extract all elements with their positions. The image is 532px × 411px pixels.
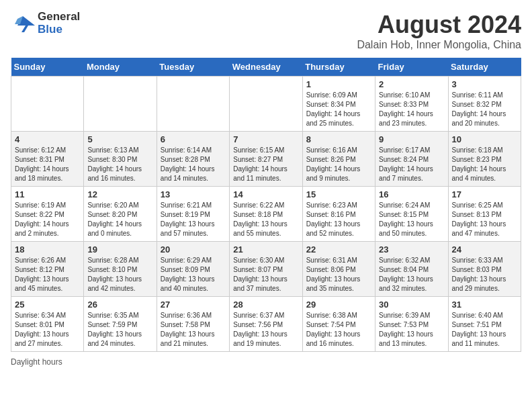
day-number: 9 — [379, 134, 444, 144]
day-info: Sunrise: 6:33 AM Sunset: 8:03 PM Dayligh… — [452, 256, 517, 293]
calendar-cell: 5Sunrise: 6:13 AM Sunset: 8:30 PM Daylig… — [84, 132, 157, 187]
day-info: Sunrise: 6:24 AM Sunset: 8:15 PM Dayligh… — [379, 201, 444, 238]
day-info: Sunrise: 6:29 AM Sunset: 8:09 PM Dayligh… — [161, 256, 226, 293]
calendar-cell: 1Sunrise: 6:09 AM Sunset: 8:34 PM Daylig… — [302, 77, 375, 132]
day-number: 24 — [452, 244, 517, 255]
day-info: Sunrise: 6:28 AM Sunset: 8:10 PM Dayligh… — [87, 256, 152, 293]
day-info: Sunrise: 6:19 AM Sunset: 8:22 PM Dayligh… — [15, 201, 80, 238]
day-number: 28 — [233, 300, 298, 310]
day-info: Sunrise: 6:15 AM Sunset: 8:27 PM Dayligh… — [233, 146, 298, 183]
calendar-cell — [230, 77, 302, 132]
day-info: Sunrise: 6:35 AM Sunset: 7:59 PM Dayligh… — [87, 311, 152, 349]
day-info: Sunrise: 6:37 AM Sunset: 7:56 PM Dayligh… — [233, 311, 298, 349]
day-number: 29 — [306, 300, 371, 310]
day-info: Sunrise: 6:34 AM Sunset: 8:01 PM Dayligh… — [15, 311, 80, 349]
calendar-cell — [157, 77, 229, 132]
day-info: Sunrise: 6:39 AM Sunset: 7:53 PM Dayligh… — [379, 311, 444, 349]
calendar-cell: 9Sunrise: 6:17 AM Sunset: 8:24 PM Daylig… — [375, 132, 448, 187]
day-info: Sunrise: 6:16 AM Sunset: 8:26 PM Dayligh… — [306, 146, 371, 183]
calendar-cell: 28Sunrise: 6:37 AM Sunset: 7:56 PM Dayli… — [230, 297, 302, 352]
day-number: 11 — [15, 189, 80, 199]
day-number: 2 — [379, 79, 444, 89]
day-number: 19 — [87, 244, 152, 255]
day-info: Sunrise: 6:11 AM Sunset: 8:32 PM Dayligh… — [452, 91, 517, 128]
day-info: Sunrise: 6:09 AM Sunset: 8:34 PM Dayligh… — [306, 91, 371, 128]
day-number: 23 — [379, 244, 444, 255]
day-number: 13 — [161, 189, 226, 199]
calendar-cell: 15Sunrise: 6:23 AM Sunset: 8:16 PM Dayli… — [302, 187, 375, 242]
day-number: 3 — [452, 79, 517, 89]
day-number: 31 — [452, 300, 517, 310]
calendar-cell: 20Sunrise: 6:29 AM Sunset: 8:09 PM Dayli… — [157, 242, 229, 297]
day-info: Sunrise: 6:40 AM Sunset: 7:51 PM Dayligh… — [452, 311, 517, 349]
day-info: Sunrise: 6:14 AM Sunset: 8:28 PM Dayligh… — [161, 146, 226, 183]
header: General Blue August 2024 Dalain Hob, Inn… — [11, 11, 521, 51]
day-number: 21 — [233, 244, 298, 255]
title-section: August 2024 Dalain Hob, Inner Mongolia, … — [357, 11, 521, 51]
day-info: Sunrise: 6:25 AM Sunset: 8:13 PM Dayligh… — [452, 201, 517, 238]
weekday-header-monday: Monday — [84, 58, 157, 77]
calendar-week-2: 4Sunrise: 6:12 AM Sunset: 8:31 PM Daylig… — [11, 132, 521, 187]
logo-text: General Blue — [38, 11, 80, 36]
day-info: Sunrise: 6:10 AM Sunset: 8:33 PM Dayligh… — [379, 91, 444, 128]
calendar-cell: 3Sunrise: 6:11 AM Sunset: 8:32 PM Daylig… — [448, 77, 521, 132]
calendar-cell: 19Sunrise: 6:28 AM Sunset: 8:10 PM Dayli… — [84, 242, 157, 297]
calendar-cell: 7Sunrise: 6:15 AM Sunset: 8:27 PM Daylig… — [230, 132, 302, 187]
day-number: 14 — [233, 189, 298, 199]
calendar-cell: 12Sunrise: 6:20 AM Sunset: 8:20 PM Dayli… — [84, 187, 157, 242]
day-info: Sunrise: 6:36 AM Sunset: 7:58 PM Dayligh… — [161, 311, 226, 349]
calendar-table: SundayMondayTuesdayWednesdayThursdayFrid… — [11, 58, 521, 352]
day-number: 27 — [161, 300, 226, 310]
day-number: 30 — [379, 300, 444, 310]
day-number: 20 — [161, 244, 226, 255]
calendar-header-row: SundayMondayTuesdayWednesdayThursdayFrid… — [11, 58, 521, 77]
calendar-cell: 10Sunrise: 6:18 AM Sunset: 8:23 PM Dayli… — [448, 132, 521, 187]
day-number: 5 — [87, 134, 152, 144]
calendar-cell: 4Sunrise: 6:12 AM Sunset: 8:31 PM Daylig… — [11, 132, 84, 187]
day-info: Sunrise: 6:30 AM Sunset: 8:07 PM Dayligh… — [233, 256, 298, 293]
day-number: 15 — [306, 189, 371, 199]
logo: General Blue — [11, 11, 80, 36]
day-number: 12 — [87, 189, 152, 199]
calendar-cell: 11Sunrise: 6:19 AM Sunset: 8:22 PM Dayli… — [11, 187, 84, 242]
calendar-week-3: 11Sunrise: 6:19 AM Sunset: 8:22 PM Dayli… — [11, 187, 521, 242]
day-number: 1 — [306, 79, 371, 89]
calendar-cell: 29Sunrise: 6:38 AM Sunset: 7:54 PM Dayli… — [302, 297, 375, 352]
calendar-cell: 23Sunrise: 6:32 AM Sunset: 8:04 PM Dayli… — [375, 242, 448, 297]
day-number: 18 — [15, 244, 80, 255]
calendar-cell: 17Sunrise: 6:25 AM Sunset: 8:13 PM Dayli… — [448, 187, 521, 242]
day-number: 4 — [15, 134, 80, 144]
calendar-cell: 22Sunrise: 6:31 AM Sunset: 8:06 PM Dayli… — [302, 242, 375, 297]
page-subtitle: Dalain Hob, Inner Mongolia, China — [357, 39, 521, 51]
calendar-cell: 24Sunrise: 6:33 AM Sunset: 8:03 PM Dayli… — [448, 242, 521, 297]
day-info: Sunrise: 6:23 AM Sunset: 8:16 PM Dayligh… — [306, 201, 371, 238]
day-info: Sunrise: 6:31 AM Sunset: 8:06 PM Dayligh… — [306, 256, 371, 293]
calendar-cell: 30Sunrise: 6:39 AM Sunset: 7:53 PM Dayli… — [375, 297, 448, 352]
day-number: 25 — [15, 300, 80, 310]
calendar-week-5: 25Sunrise: 6:34 AM Sunset: 8:01 PM Dayli… — [11, 297, 521, 352]
calendar-cell — [11, 77, 84, 132]
calendar-cell — [84, 77, 157, 132]
day-info: Sunrise: 6:17 AM Sunset: 8:24 PM Dayligh… — [379, 146, 444, 183]
day-info: Sunrise: 6:26 AM Sunset: 8:12 PM Dayligh… — [15, 256, 80, 293]
logo-icon — [11, 13, 35, 34]
page-title: August 2024 — [357, 11, 521, 39]
calendar-cell: 25Sunrise: 6:34 AM Sunset: 8:01 PM Dayli… — [11, 297, 84, 352]
day-number: 8 — [306, 134, 371, 144]
day-number: 26 — [87, 300, 152, 310]
calendar-cell: 14Sunrise: 6:22 AM Sunset: 8:18 PM Dayli… — [230, 187, 302, 242]
calendar-cell: 27Sunrise: 6:36 AM Sunset: 7:58 PM Dayli… — [157, 297, 229, 352]
calendar-cell: 21Sunrise: 6:30 AM Sunset: 8:07 PM Dayli… — [230, 242, 302, 297]
calendar-cell: 8Sunrise: 6:16 AM Sunset: 8:26 PM Daylig… — [302, 132, 375, 187]
weekday-header-tuesday: Tuesday — [157, 58, 229, 77]
calendar-cell: 31Sunrise: 6:40 AM Sunset: 7:51 PM Dayli… — [448, 297, 521, 352]
day-info: Sunrise: 6:20 AM Sunset: 8:20 PM Dayligh… — [87, 201, 152, 238]
weekday-header-wednesday: Wednesday — [230, 58, 302, 77]
day-number: 6 — [161, 134, 226, 144]
day-number: 22 — [306, 244, 371, 255]
day-number: 16 — [379, 189, 444, 199]
weekday-header-friday: Friday — [375, 58, 448, 77]
weekday-header-saturday: Saturday — [448, 58, 521, 77]
calendar-week-4: 18Sunrise: 6:26 AM Sunset: 8:12 PM Dayli… — [11, 242, 521, 297]
day-number: 10 — [452, 134, 517, 144]
